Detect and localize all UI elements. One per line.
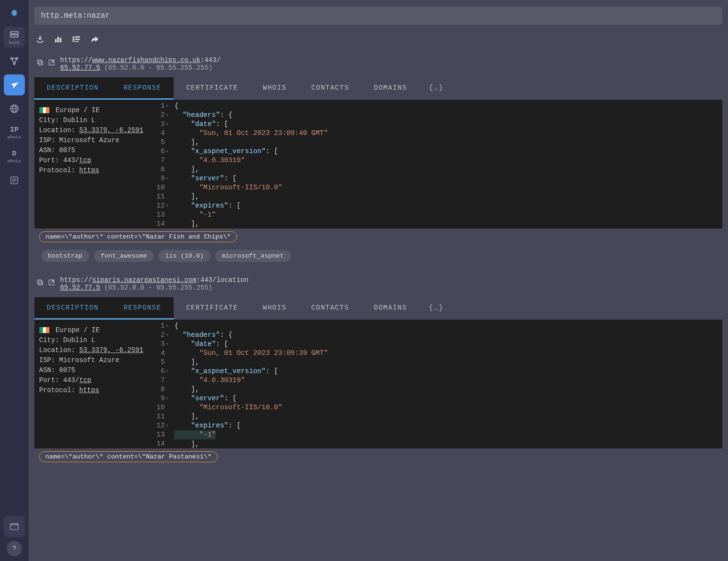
location-link[interactable]: 53.3379, -6.2591 (79, 346, 143, 354)
list-icon[interactable] (72, 34, 81, 44)
svg-rect-9 (55, 39, 56, 42)
tab-domains[interactable]: DOMAINS (362, 77, 419, 100)
svg-rect-14 (75, 39, 80, 40)
code-line: ], (174, 412, 718, 421)
svg-rect-16 (39, 61, 42, 65)
help-button[interactable] (7, 541, 22, 556)
url-suffix: :443/ (200, 56, 220, 64)
code-line: "-1" (174, 430, 216, 439)
tab-contacts[interactable]: CONTACTS (299, 77, 362, 100)
code-line: ], (174, 192, 718, 201)
tab-[interactable]: {…} (419, 77, 453, 100)
ip-link[interactable]: 65.52.77.5 (60, 64, 100, 72)
protocol-row: Protocol: https (39, 385, 148, 395)
code-line: "x_aspnet_version": [ (174, 147, 718, 156)
tag[interactable]: bootstrap (41, 250, 89, 262)
logo-icon[interactable] (4, 3, 25, 24)
url-host-link[interactable]: www.nazarfishandchips.co.uk (92, 56, 200, 64)
open-icon[interactable] (48, 59, 55, 66)
match-snippet: name=\"author\" content=\"Nazar Fish and… (39, 231, 237, 242)
result-item: https://www.nazarfishandchips.co.uk:443/… (34, 54, 722, 267)
code-line: "expires": [ (174, 201, 718, 210)
ip-range: (65.52.0.0 - 65.55.255.255) (104, 284, 212, 291)
tag[interactable]: iis (10.0) (158, 250, 210, 262)
region-row: Europe / IE (39, 325, 148, 335)
tab-response[interactable]: RESPONSE (111, 297, 174, 320)
share-icon[interactable] (90, 34, 99, 44)
ip-link[interactable]: 65.52.77.5 (60, 284, 100, 291)
tab-certificate[interactable]: CERTIFICATE (174, 77, 250, 100)
port-row: Port: 443/tcp (39, 375, 148, 385)
copy-icon[interactable] (36, 59, 44, 66)
svg-rect-8 (10, 524, 19, 530)
protocol-link[interactable]: https (79, 166, 99, 174)
tab-whois[interactable]: WHOIS (250, 77, 299, 100)
tag[interactable]: microsoft_aspnet (215, 250, 291, 262)
result-item: https://siparis.nazarpastanesi.com:443/l… (34, 274, 722, 465)
code-line: "headers": { (174, 111, 718, 120)
tab-description[interactable]: DESCRIPTION (34, 297, 111, 320)
location-row: Location: 53.3379, -6.2591 (39, 345, 148, 355)
svg-rect-15 (75, 41, 79, 42)
port-proto-link[interactable]: tcp (79, 376, 91, 384)
nav-media[interactable] (4, 516, 25, 537)
code-line: "Microsoft-IIS/10.0" (174, 403, 718, 412)
search-input[interactable] (34, 7, 722, 25)
asn-row: ASN: 8075 (39, 365, 148, 375)
tab-whois[interactable]: WHOIS (250, 297, 299, 320)
svg-rect-1 (10, 35, 19, 37)
tab-response[interactable]: RESPONSE (111, 77, 174, 100)
results-list: https://www.nazarfishandchips.co.uk:443/… (29, 47, 728, 561)
code-line: "date": [ (174, 340, 718, 349)
copy-icon[interactable] (36, 279, 44, 286)
code-line: "expires": [ (174, 421, 718, 430)
tab-domains[interactable]: DOMAINS (362, 297, 419, 320)
svg-rect-10 (57, 37, 59, 42)
port-proto-link[interactable]: tcp (79, 156, 91, 164)
code-line: ], (174, 138, 718, 147)
flag-ie-icon (39, 107, 50, 114)
url-scheme: https:// (60, 276, 92, 284)
city-row: City: Dublin L (39, 335, 148, 345)
code-line: ], (174, 165, 718, 174)
location-link[interactable]: 53.3379, -6.2591 (79, 126, 143, 134)
asn-row: ASN: 8075 (39, 145, 148, 156)
isp-row: ISP: Microsoft Azure (39, 355, 148, 365)
region-row: Europe / IE (39, 105, 148, 115)
stats-icon[interactable] (53, 34, 63, 44)
code-line: { (174, 322, 718, 331)
url-host-link[interactable]: siparis.nazarpastanesi.com (92, 276, 196, 284)
code-line: "x_aspnet_version": [ (174, 367, 718, 376)
sidebar: host IP whois D whois (0, 0, 29, 561)
code-line: "4.0.30319" (174, 376, 718, 385)
toolbar (29, 30, 728, 47)
main: https://www.nazarfishandchips.co.uk:443/… (29, 0, 728, 561)
nav-ip-whois[interactable]: IP whois (4, 122, 25, 143)
code-line: "date": [ (174, 120, 718, 129)
code-line: "server": [ (174, 174, 718, 183)
nav-globe[interactable] (4, 98, 25, 119)
city-row: City: Dublin L (39, 115, 148, 125)
download-icon[interactable] (35, 34, 45, 44)
tag[interactable]: font_awesome (94, 250, 154, 262)
nav-d-whois[interactable]: D whois (4, 146, 25, 167)
nav-search[interactable] (4, 74, 25, 95)
code-line: ], (174, 358, 718, 367)
svg-rect-17 (38, 60, 42, 64)
open-icon[interactable] (48, 279, 55, 286)
nav-host[interactable]: host (4, 27, 25, 48)
tab-certificate[interactable]: CERTIFICATE (174, 297, 250, 320)
nav-news[interactable] (4, 170, 25, 191)
tab-[interactable]: {…} (419, 297, 453, 320)
code-line: "Sun, 01 Oct 2023 23:09:39 GMT" (174, 349, 718, 358)
code-line: ], (174, 385, 718, 394)
protocol-row: Protocol: https (39, 166, 148, 176)
tab-description[interactable]: DESCRIPTION (34, 77, 111, 100)
nav-graph[interactable] (4, 51, 25, 72)
code-line: ], (174, 440, 718, 448)
code-line: "server": [ (174, 394, 718, 403)
tab-contacts[interactable]: CONTACTS (299, 297, 362, 320)
protocol-link[interactable]: https (79, 386, 99, 394)
code-line: "Microsoft-IIS/10.0" (174, 183, 718, 192)
svg-rect-19 (39, 281, 42, 285)
